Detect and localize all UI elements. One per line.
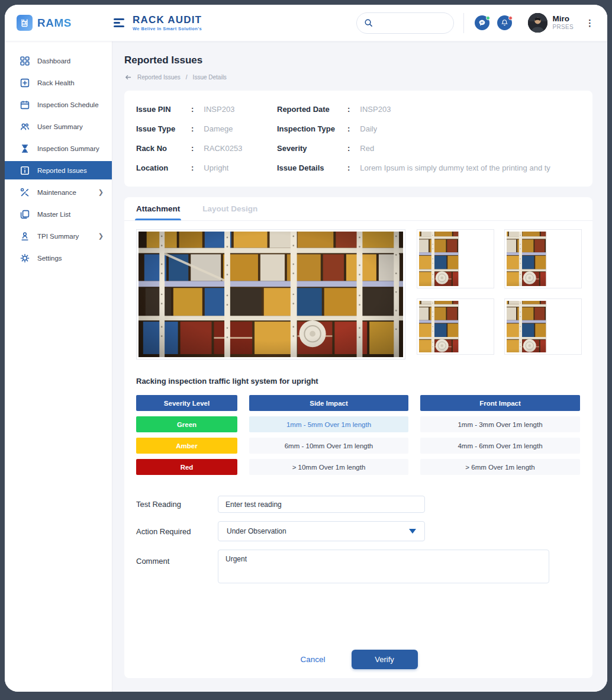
chat-status-dot — [486, 16, 490, 20]
traffic-light-title: Racking inspection traffic light system … — [136, 377, 582, 386]
details-right-column: Reported Date:INSP203 Inspection Type:Da… — [277, 99, 581, 178]
hamburger-menu-icon[interactable] — [114, 18, 124, 27]
bell-status-dot — [508, 16, 513, 20]
detail-row: Inspection Type:Daily — [277, 119, 581, 139]
sidebar-item-label: TPI Summary — [37, 233, 79, 240]
side-impact-cell[interactable]: > 10mm Over 1m length — [249, 459, 408, 475]
test-reading-label: Test Reading — [136, 500, 218, 509]
sidebar-item-label: User Summary — [37, 123, 83, 130]
sidebar-item-reported-issues[interactable]: Reported Issues — [5, 161, 112, 179]
detail-value: Damege — [204, 124, 233, 133]
report-icon — [20, 166, 30, 175]
details-left-column: Issue PIN:INSP203 Issue Type:Damege Rack… — [136, 99, 277, 178]
breadcrumb-parent[interactable]: Reported Issues — [137, 74, 181, 81]
app-title: RACK AUDIT — [133, 15, 202, 25]
side-impact-cell[interactable]: 6mm - 10mm Over 1m length — [249, 438, 408, 454]
chevron-right-icon: ❯ — [98, 188, 104, 196]
sidebar-item-label: Settings — [37, 255, 62, 262]
attachment-thumbnail[interactable] — [504, 298, 582, 355]
sidebar-item-label: Maintenance — [37, 189, 76, 196]
user-name: Miro — [553, 15, 574, 23]
app-subtitle: We Belive In Smart Solution's — [133, 26, 202, 31]
comment-label: Comment — [136, 550, 218, 566]
cancel-button[interactable]: Cancel — [300, 655, 325, 664]
search-bar[interactable] — [356, 12, 454, 34]
sidebar-item-inspection-schedule[interactable]: Inspection Schedule — [5, 94, 112, 115]
comment-textarea[interactable]: Urgent — [218, 550, 549, 583]
action-required-select[interactable]: Under Observation — [218, 521, 425, 541]
verify-button[interactable]: Verify — [352, 650, 418, 669]
brand-name: RAMS — [37, 17, 72, 30]
sidebar-item-master-list[interactable]: Master List — [5, 203, 112, 225]
sidebar-item-maintenance[interactable]: Maintenance ❯ — [5, 181, 112, 203]
brand-logo[interactable]: RAMS — [5, 15, 112, 31]
side-impact-cell-selected[interactable]: 1mm - 5mm Over 1m length — [249, 416, 408, 432]
rams-logo-icon — [17, 15, 33, 31]
sidebar-item-rack-health[interactable]: Rack Health — [5, 72, 112, 94]
user-role: PRSES — [553, 23, 574, 31]
detail-value: Red — [360, 144, 374, 153]
sidebar-item-label: Inspection Summary — [37, 145, 99, 152]
breadcrumb-separator: / — [186, 74, 188, 81]
detail-row: Issue PIN:INSP203 — [136, 99, 277, 119]
column-header-front-impact: Front Impact — [420, 395, 580, 411]
main-content: Reported Issues Reported Issues / Issue … — [112, 41, 607, 692]
detail-row: Location:Upright — [136, 158, 277, 178]
attachment-images — [136, 229, 582, 359]
action-required-value: Under Observation — [227, 527, 286, 535]
app-window: RAMS RACK AUDIT We Belive In Smart Solut… — [5, 5, 607, 692]
tab-bar: Attachment Layout Design — [124, 197, 592, 221]
severity-cell-amber: Amber — [136, 438, 237, 454]
detail-row: Rack No:RACK0253 — [136, 139, 277, 158]
calendar-icon — [20, 100, 30, 110]
severity-cell-green: Green — [136, 416, 237, 432]
traffic-light-table: Severity Level Side Impact Front Impact … — [136, 395, 582, 475]
gear-icon — [20, 253, 30, 263]
rack-health-icon — [20, 78, 30, 88]
app-title-block: RACK AUDIT We Belive In Smart Solution's — [133, 15, 202, 31]
action-buttons: Cancel Verify — [136, 650, 582, 669]
bell-icon[interactable] — [497, 15, 512, 30]
sidebar-item-settings[interactable]: Settings — [5, 247, 112, 269]
copy-icon — [20, 210, 30, 219]
attachment-thumbnail[interactable] — [504, 229, 582, 288]
sidebar: Dashboard Rack Health Inspection Schedul… — [5, 41, 112, 692]
issue-details-card: Issue PIN:INSP203 Issue Type:Damege Rack… — [124, 91, 592, 187]
chevron-right-icon: ❯ — [98, 232, 104, 240]
dashboard-icon — [20, 56, 30, 66]
back-arrow-icon[interactable] — [124, 73, 132, 81]
sidebar-item-user-summary[interactable]: User Summary — [5, 115, 112, 137]
detail-value: Lorem Ipsum is simply dummy text of the … — [360, 163, 550, 172]
attachment-thumbnail[interactable] — [417, 298, 494, 355]
tab-attachment[interactable]: Attachment — [136, 197, 180, 220]
avatar[interactable] — [528, 13, 547, 33]
front-impact-cell[interactable]: 1mm - 3mm Over 1m length — [420, 416, 580, 432]
action-required-label: Action Required — [136, 527, 218, 536]
sidebar-item-inspection-summary[interactable]: Inspection Summary — [5, 137, 112, 159]
attachment-main-image[interactable] — [136, 229, 405, 359]
topbar-divider — [463, 13, 464, 33]
attachment-thumbnail[interactable] — [417, 229, 494, 288]
sidebar-item-tpi-summary[interactable]: TPI Summary ❯ — [5, 225, 112, 247]
search-input[interactable] — [378, 19, 443, 27]
kebab-menu-icon[interactable]: ⋮ — [585, 18, 594, 28]
topbar: RAMS RACK AUDIT We Belive In Smart Solut… — [5, 5, 607, 41]
severity-cell-red: Red — [136, 459, 237, 475]
test-reading-input[interactable] — [218, 496, 425, 513]
front-impact-cell[interactable]: 4mm - 6mm Over 1m length — [420, 438, 580, 454]
front-impact-cell[interactable]: > 6mm Over 1m length — [420, 459, 580, 475]
hourglass-icon — [20, 144, 30, 153]
tab-layout-design[interactable]: Layout Design — [202, 197, 257, 220]
column-header-side-impact: Side Impact — [249, 395, 408, 411]
tools-icon — [20, 188, 30, 197]
tpi-icon — [20, 232, 30, 241]
detail-value: INSP203 — [360, 105, 391, 114]
breadcrumb-current: Issue Details — [193, 74, 227, 81]
search-icon — [364, 18, 373, 27]
sidebar-item-dashboard[interactable]: Dashboard — [5, 50, 112, 72]
chat-icon[interactable] — [475, 15, 489, 30]
sidebar-item-label: Master List — [37, 211, 70, 218]
detail-row: Issue Type:Damege — [136, 119, 277, 139]
detail-row: Issue Details:Lorem Ipsum is simply dumm… — [277, 158, 581, 178]
users-icon — [20, 122, 30, 131]
